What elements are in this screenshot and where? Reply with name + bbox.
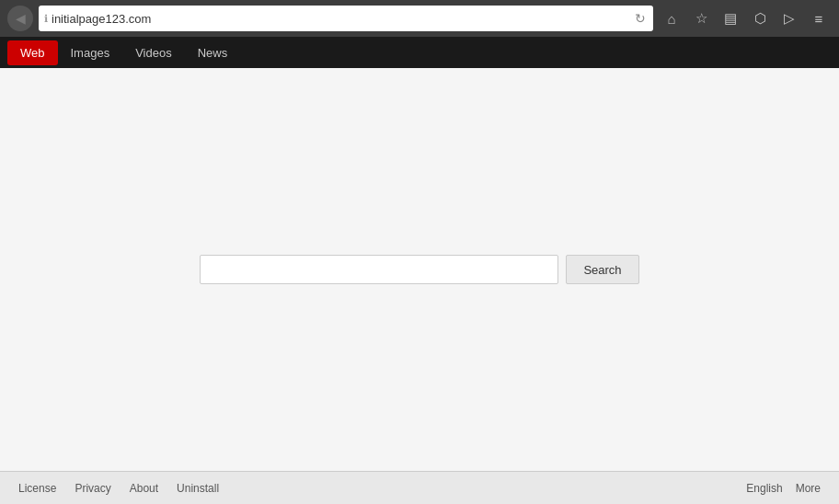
back-icon: ◀ (16, 11, 26, 26)
menu-icon: ≡ (815, 11, 823, 27)
footer-privacy-link[interactable]: Privacy (75, 482, 110, 495)
footer-uninstall-link[interactable]: Uninstall (177, 482, 219, 495)
pocket-button[interactable]: ⬡ (747, 6, 773, 31)
bookmark-button[interactable]: ☆ (688, 6, 714, 31)
tab-videos[interactable]: Videos (122, 40, 185, 65)
search-area: Search (200, 255, 638, 284)
browser-chrome: ◀ ℹ ↻ ⌂ ☆ ▤ ⬡ ▷ ≡ (0, 0, 839, 37)
toolbar-icons: ⌂ ☆ ▤ ⬡ ▷ ≡ (659, 6, 832, 31)
footer: License Privacy About Uninstall English … (0, 471, 839, 504)
send-icon: ▷ (784, 10, 795, 27)
tab-web[interactable]: Web (7, 40, 58, 65)
back-button[interactable]: ◀ (7, 6, 33, 31)
search-input[interactable] (200, 255, 558, 284)
footer-license-link[interactable]: License (18, 482, 56, 495)
reader-button[interactable]: ▤ (718, 6, 743, 31)
home-button[interactable]: ⌂ (659, 6, 684, 31)
info-icon: ℹ (44, 13, 48, 25)
home-icon: ⌂ (667, 11, 675, 27)
send-button[interactable]: ▷ (776, 6, 802, 31)
address-bar-container: ℹ ↻ (39, 6, 653, 31)
address-bar[interactable] (52, 12, 629, 26)
footer-more[interactable]: More (796, 482, 821, 495)
footer-links: License Privacy About Uninstall (18, 482, 219, 495)
nav-tabs: Web Images Videos News (0, 37, 839, 68)
footer-about-link[interactable]: About (130, 482, 158, 495)
main-content: Search (0, 68, 839, 471)
menu-button[interactable]: ≡ (806, 6, 832, 31)
star-icon: ☆ (695, 10, 707, 27)
search-button[interactable]: Search (566, 255, 638, 284)
tab-news[interactable]: News (185, 40, 241, 65)
reload-button[interactable]: ↻ (633, 11, 648, 26)
footer-language[interactable]: English (746, 482, 782, 495)
tab-images[interactable]: Images (58, 40, 123, 65)
reader-icon: ▤ (724, 10, 737, 27)
pocket-icon: ⬡ (754, 10, 766, 27)
footer-right: English More (746, 482, 821, 495)
reload-icon: ↻ (635, 11, 646, 26)
